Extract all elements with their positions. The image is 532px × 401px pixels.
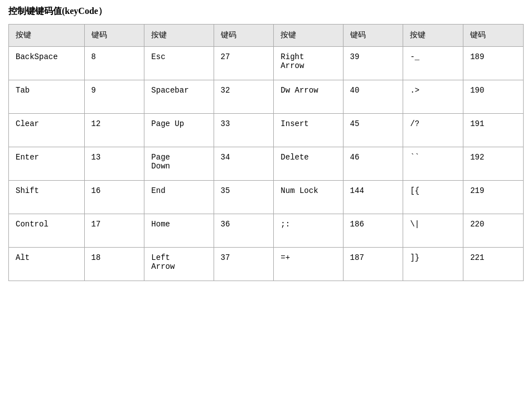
cell-row0-col7: 189 [463,47,524,80]
cell-row4-col5: 144 [343,181,403,214]
header-col1-key: 按键 [9,25,85,47]
header-col4-code: 键码 [463,25,524,47]
table-row: Shift16End35Num Lock144[{219 [9,181,524,214]
cell-row4-col7: 219 [463,181,524,214]
cell-row0-col1: 8 [84,47,144,80]
cell-row4-col2: End [144,181,214,214]
cell-row2-col2: Page Up [144,114,214,147]
cell-row2-col1: 12 [84,114,144,147]
cell-row3-col0: Enter [9,147,85,181]
cell-row6-col4: =+ [274,248,343,281]
cell-row1-col2: Spacebar [144,80,214,114]
cell-row3-col3: 34 [214,147,274,181]
cell-row1-col3: 32 [214,80,274,114]
cell-row6-col6: ]} [403,248,463,281]
cell-row3-col6: `` [403,147,463,181]
cell-row4-col0: Shift [9,181,85,214]
cell-row2-col5: 45 [343,114,403,147]
cell-row1-col7: 190 [463,80,524,114]
cell-row3-col4: Delete [274,147,343,181]
cell-row5-col0: Control [9,214,85,248]
table-header-row: 按键 键码 按键 键码 按键 键码 按键 键码 [9,25,524,47]
table-row: BackSpace8Esc27RightArrow39-_189 [9,47,524,80]
cell-row5-col3: 36 [214,214,274,248]
cell-row2-col3: 33 [214,114,274,147]
keycode-table: 按键 键码 按键 键码 按键 键码 按键 键码 BackSpace8Esc27R… [8,24,524,281]
cell-row2-col0: Clear [9,114,85,147]
cell-row6-col1: 18 [84,248,144,281]
cell-row3-col2: PageDown [144,147,214,181]
header-col3-code: 键码 [343,25,403,47]
cell-row3-col7: 192 [463,147,524,181]
cell-row6-col2: LeftArrow [144,248,214,281]
cell-row5-col7: 220 [463,214,524,248]
cell-row3-col1: 13 [84,147,144,181]
cell-row4-col4: Num Lock [274,181,343,214]
cell-row6-col0: Alt [9,248,85,281]
table-row: Alt18LeftArrow37=+187]}221 [9,248,524,281]
table-row: Tab9Spacebar32Dw Arrow40.>190 [9,80,524,114]
cell-row2-col7: 191 [463,114,524,147]
cell-row6-col7: 221 [463,248,524,281]
cell-row1-col4: Dw Arrow [274,80,343,114]
table-row: Enter13PageDown34Delete46``192 [9,147,524,181]
header-col2-code: 键码 [214,25,274,47]
header-col4-key: 按键 [403,25,463,47]
table-row: Control17Home36;:186\|220 [9,214,524,248]
cell-row4-col6: [{ [403,181,463,214]
cell-row4-col3: 35 [214,181,274,214]
cell-row1-col6: .> [403,80,463,114]
cell-row0-col0: BackSpace [9,47,85,80]
cell-row6-col3: 37 [214,248,274,281]
cell-row5-col4: ;: [274,214,343,248]
cell-row0-col3: 27 [214,47,274,80]
cell-row5-col5: 186 [343,214,403,248]
cell-row5-col1: 17 [84,214,144,248]
cell-row2-col6: /? [403,114,463,147]
cell-row0-col5: 39 [343,47,403,80]
page-title: 控制键键码值(keyCode） [8,6,524,17]
cell-row5-col6: \| [403,214,463,248]
cell-row2-col4: Insert [274,114,343,147]
cell-row0-col2: Esc [144,47,214,80]
cell-row6-col5: 187 [343,248,403,281]
cell-row0-col4: RightArrow [274,47,343,80]
cell-row5-col2: Home [144,214,214,248]
cell-row1-col1: 9 [84,80,144,114]
cell-row1-col5: 40 [343,80,403,114]
cell-row3-col5: 46 [343,147,403,181]
cell-row1-col0: Tab [9,80,85,114]
table-row: Clear12Page Up33Insert45/?191 [9,114,524,147]
cell-row4-col1: 16 [84,181,144,214]
header-col3-key: 按键 [274,25,343,47]
header-col2-key: 按键 [144,25,214,47]
cell-row0-col6: -_ [403,47,463,80]
header-col1-code: 键码 [84,25,144,47]
